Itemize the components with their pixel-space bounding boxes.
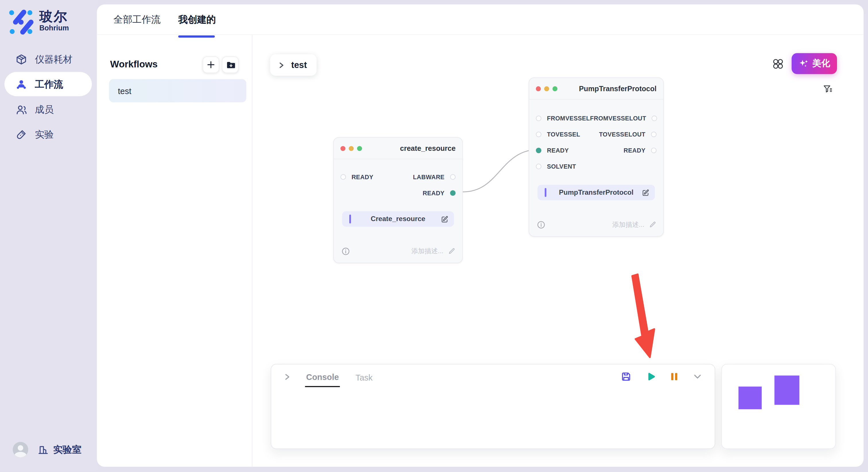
port-handle[interactable] [450, 190, 456, 195]
sidebar-item-consumables[interactable]: 仪器耗材 [4, 47, 92, 71]
output-port-fromvesselout: FROMVESSELOUT [590, 115, 657, 121]
annotation-arrow [623, 264, 662, 361]
minimap-node [739, 386, 762, 409]
workflow-list-panel: Workflows [97, 35, 252, 467]
port-row: READY READY [529, 142, 663, 158]
node-title: create_resource [400, 144, 456, 152]
members-icon [16, 104, 27, 115]
node-pump-transfer-protocol[interactable]: PumpTransferProtocol FROMVESSEL FROMVESS… [529, 77, 664, 237]
console-body [271, 389, 715, 448]
port-row: TOVESSEL TOVESSELOUT [529, 126, 663, 142]
run-icon[interactable] [645, 371, 656, 382]
minimap-node [774, 375, 799, 405]
traffic-dots-icon [340, 146, 362, 150]
task-tab[interactable]: Task [354, 367, 374, 386]
tab-my-created[interactable]: 我创建的 [178, 13, 216, 26]
brand-text: 玻尔 Bohrium [39, 9, 69, 33]
sidebar-item-experiments[interactable]: 实验 [4, 122, 92, 146]
input-port-tovessel: TOVESSEL [536, 131, 580, 137]
info-icon[interactable] [342, 247, 350, 255]
output-port-ready: READY [624, 147, 657, 154]
port-handle[interactable] [340, 174, 346, 179]
filter-icon[interactable] [823, 84, 833, 94]
tab-all-workflows[interactable]: 全部工作流 [113, 13, 160, 26]
edit-icon[interactable] [642, 189, 650, 197]
port-row: FROMVESSEL FROMVESSELOUT [529, 110, 663, 126]
brand[interactable]: 玻尔 Bohrium [8, 9, 69, 35]
pill-accent-bar [545, 188, 547, 197]
node-description[interactable]: 添加描述... [411, 246, 456, 256]
canvas-breadcrumb[interactable]: test [270, 54, 317, 76]
apps-icon[interactable] [773, 59, 783, 69]
port-handle[interactable] [536, 164, 541, 169]
port-row: SOLVENT [529, 158, 663, 174]
console-header: Console Task [271, 365, 715, 389]
port-row: READY LABWARE [334, 169, 462, 185]
traffic-dots-icon [536, 86, 557, 91]
port-handle[interactable] [651, 147, 656, 153]
workflow-item-name: test [118, 86, 131, 96]
pencil-icon [649, 221, 656, 228]
add-workflow-button[interactable] [203, 57, 219, 73]
sidebar-item-label: 工作流 [35, 78, 63, 90]
brand-name-zh: 玻尔 [39, 9, 69, 24]
collapse-chevron-down-icon[interactable] [693, 372, 703, 382]
port-row: READY [334, 185, 462, 201]
node-footer: 添加描述... [537, 218, 657, 231]
pill-accent-bar [349, 214, 351, 224]
node-header: PumpTransferProtocol [529, 78, 663, 100]
input-port-fromvessel: FROMVESSEL [536, 115, 590, 121]
lab-switcher[interactable]: 实验室 [38, 443, 81, 456]
sidebar-item-label: 成员 [35, 103, 54, 116]
box-icon [16, 53, 27, 65]
expand-chevron-icon[interactable] [283, 373, 290, 380]
node-header: create_resource [334, 138, 462, 159]
output-port-labware: LABWARE [413, 173, 456, 180]
beautify-label: 美化 [812, 58, 830, 69]
port-handle[interactable] [652, 115, 657, 121]
sidebar-item-members[interactable]: 成员 [4, 97, 92, 122]
node-description[interactable]: 添加描述... [612, 220, 656, 229]
pause-icon[interactable] [670, 372, 679, 382]
building-icon [38, 444, 49, 456]
brand-name-en: Bohrium [39, 24, 69, 33]
plus-icon [206, 60, 215, 69]
workflow-panel-header: Workflows [110, 57, 239, 73]
workflow-tabs: 全部工作流 我创建的 [97, 4, 863, 35]
port-handle[interactable] [450, 174, 456, 179]
console-panel: Console Task [271, 364, 715, 449]
info-icon[interactable] [537, 221, 546, 229]
node-action-pill[interactable]: Create_resource [342, 211, 454, 227]
port-handle[interactable] [536, 147, 541, 153]
minimap[interactable] [721, 364, 836, 449]
output-port-tovesselout: TOVESSELOUT [599, 131, 656, 137]
console-tab[interactable]: Console [305, 367, 340, 387]
node-create-resource[interactable]: create_resource READY LABWARE [333, 137, 463, 263]
save-icon[interactable] [621, 371, 632, 382]
sparkles-icon [799, 59, 809, 69]
import-workflow-button[interactable] [222, 57, 239, 73]
node-action-pill[interactable]: PumpTransferProtocol [538, 185, 655, 200]
input-port-ready: READY [340, 173, 373, 180]
app-root: 玻尔 Bohrium 仪器耗材 [0, 0, 868, 472]
main-card: 全部工作流 我创建的 Workflows [97, 4, 863, 467]
panel-divider [252, 35, 252, 467]
beautify-button[interactable]: 美化 [792, 53, 837, 74]
sidebar-item-label: 实验 [35, 128, 54, 140]
port-handle[interactable] [536, 131, 541, 137]
port-handle[interactable] [651, 131, 656, 137]
edit-icon[interactable] [441, 215, 449, 223]
workflow-panel-title: Workflows [110, 59, 158, 70]
node-footer: 添加描述... [342, 245, 456, 257]
chevron-right-icon [278, 62, 284, 68]
port-handle[interactable] [536, 115, 541, 121]
input-port-ready: READY [536, 147, 569, 154]
sidebar-item-label: 仪器耗材 [35, 53, 72, 65]
lab-label: 实验室 [53, 443, 81, 456]
pencil-icon [448, 247, 456, 255]
workflow-person-icon [16, 78, 27, 90]
experiment-icon [16, 129, 27, 140]
avatar[interactable] [12, 442, 28, 458]
sidebar-item-workflow[interactable]: 工作流 [4, 72, 92, 96]
workflow-list-item-test[interactable]: test [109, 79, 246, 102]
